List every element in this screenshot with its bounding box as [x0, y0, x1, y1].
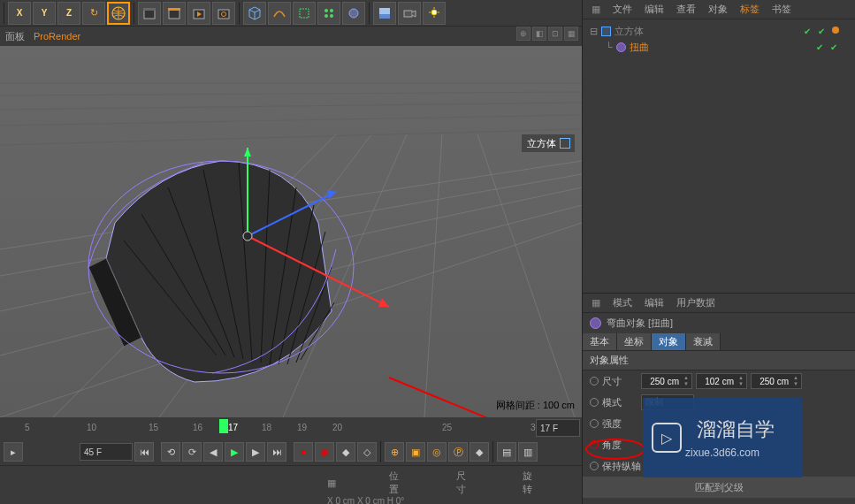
keyframe-tool-2[interactable]: ◇ — [357, 442, 377, 462]
cloner-icon[interactable] — [342, 2, 365, 25]
svg-marker-47 — [244, 148, 251, 157]
end-frame-field[interactable]: 45 F — [80, 443, 133, 461]
svg-line-28 — [477, 134, 575, 417]
viewport-nav-icon-2[interactable]: ◧ — [532, 27, 546, 41]
viewport-nav-icon-1[interactable]: ⊕ — [516, 27, 531, 41]
play-button[interactable]: ▶ — [225, 442, 244, 462]
axis-z-button[interactable]: Z — [57, 2, 80, 25]
camera-icon[interactable] — [398, 2, 421, 25]
fit-parent-button[interactable]: 匹配到父级 — [583, 477, 855, 498]
render-region-icon[interactable] — [163, 2, 186, 25]
hierarchy-item-bend[interactable]: 扭曲 — [630, 41, 649, 54]
section-object-props: 对象属性 — [583, 350, 855, 370]
prorender-label[interactable]: ProRender — [34, 31, 80, 42]
panel-label: 面板 — [5, 30, 25, 43]
menu-file[interactable]: 文件 — [613, 3, 632, 16]
spline-icon[interactable] — [268, 2, 291, 25]
menu-objects[interactable]: 对象 — [708, 3, 728, 16]
playhead[interactable] — [219, 419, 228, 433]
axis-x-button[interactable]: X — [8, 2, 31, 25]
render-settings-icon[interactable] — [212, 2, 235, 25]
menu-view[interactable]: 查看 — [676, 3, 696, 16]
viewport-nav-icon-3[interactable]: ⊡ — [548, 27, 562, 41]
visibility-toggle[interactable]: ✔ — [816, 42, 825, 51]
go-first-button[interactable]: ⏮ — [134, 442, 154, 462]
cube-icon — [601, 27, 611, 36]
attr-header: 弯曲对象 [扭曲] — [583, 313, 855, 332]
tick: 19 — [297, 423, 307, 432]
dopesheet-icon[interactable]: ▤ — [497, 442, 516, 462]
position-label: 位置 — [389, 470, 403, 496]
render-toggle[interactable]: ✔ — [818, 27, 827, 35]
keyframe-tool-1[interactable]: ◆ — [336, 442, 355, 462]
move-key-button[interactable]: ⊕ — [385, 442, 404, 462]
pla-button[interactable]: Ⓟ — [448, 442, 468, 462]
goto-start-button[interactable]: ▸ — [4, 442, 23, 462]
svg-rect-9 — [300, 9, 309, 18]
tick: 5 — [25, 423, 30, 432]
point-anim-button[interactable]: ◆ — [469, 442, 489, 462]
hierarchy-item-cube[interactable]: 立方体 — [615, 25, 644, 38]
strength-label: 强度 — [602, 417, 637, 431]
tick: 17 — [228, 423, 238, 432]
anim-dot[interactable] — [590, 440, 599, 449]
orbit-icon[interactable]: ↻ — [82, 2, 105, 25]
grid-info-label: 网格间距 : 100 cm — [496, 399, 575, 412]
take-picture-icon[interactable] — [138, 2, 161, 25]
menu-tags[interactable]: 标签 — [740, 3, 760, 16]
rotate-key-button[interactable]: ◎ — [427, 442, 447, 462]
rewind-button[interactable]: ⟲ — [161, 442, 180, 462]
attr-menu-edit[interactable]: 编辑 — [645, 296, 664, 309]
svg-rect-17 — [404, 11, 412, 17]
forward-button[interactable]: ⟳ — [182, 442, 202, 462]
svg-rect-16 — [379, 8, 390, 14]
tab-object[interactable]: 对象 — [652, 333, 686, 350]
svg-point-11 — [330, 9, 333, 12]
menu-bookmarks[interactable]: 书签 — [772, 3, 791, 16]
tab-falloff[interactable]: 衰减 — [686, 333, 721, 350]
size-x-field[interactable]: 250 cm▲▼ — [641, 373, 692, 389]
anim-dot[interactable] — [590, 419, 599, 428]
rotation-label: 旋转 — [523, 470, 537, 496]
axis-y-button[interactable]: Y — [33, 2, 56, 25]
viewport-hud-label: 立方体 — [522, 134, 575, 152]
current-frame-field[interactable]: 17 F — [536, 419, 580, 437]
fcurve-icon[interactable]: ▥ — [518, 442, 538, 462]
object-hierarchy[interactable]: ⊟ 立方体 ✔✔ └ 扭曲 ✔✔ — [583, 19, 855, 294]
attr-menu-userdata[interactable]: 用户数据 — [676, 296, 715, 309]
anim-dot[interactable] — [590, 398, 599, 407]
tag-dot[interactable] — [832, 27, 839, 34]
record-button[interactable]: ● — [294, 442, 313, 462]
watermark-text: 溜溜自学 — [697, 416, 775, 443]
go-last-button[interactable]: ⏭ — [267, 442, 286, 462]
bend-icon — [590, 317, 601, 329]
bend-icon — [616, 42, 626, 52]
timeline-ruler[interactable]: 5 10 15 16 17 18 19 20 25 30 17 F — [0, 417, 582, 439]
world-icon[interactable] — [107, 2, 130, 25]
size-z-field[interactable]: 250 cm▲▼ — [751, 373, 802, 389]
step-back-button[interactable]: ◀ — [203, 442, 223, 462]
deformer-icon[interactable] — [317, 2, 340, 25]
tab-coord[interactable]: 坐标 — [617, 333, 652, 350]
anim-dot[interactable] — [590, 377, 599, 386]
size-y-field[interactable]: 102 cm▲▼ — [696, 373, 747, 389]
attr-menu-mode[interactable]: 模式 — [613, 296, 632, 309]
anim-dot[interactable] — [590, 462, 599, 470]
menu-edit[interactable]: 编辑 — [645, 3, 664, 16]
render-toggle[interactable]: ✔ — [830, 42, 839, 51]
scale-key-button[interactable]: ▣ — [406, 442, 425, 462]
visibility-toggle[interactable]: ✔ — [804, 27, 813, 35]
tick: 16 — [193, 423, 202, 432]
viewport[interactable]: 立方体 网格间距 : 100 cm — [0, 46, 582, 417]
step-fwd-button[interactable]: ▶ — [246, 442, 265, 462]
cube-primitive-icon[interactable] — [243, 2, 266, 25]
svg-line-32 — [0, 115, 582, 126]
autokey-button[interactable]: ◉ — [315, 442, 334, 462]
light-icon[interactable] — [423, 2, 446, 25]
floor-icon[interactable] — [373, 2, 396, 25]
viewport-nav-icon-4[interactable]: ▦ — [564, 27, 578, 41]
render-pv-icon[interactable] — [187, 2, 210, 25]
transport-bar: ▸ 45 F ⏮ ⟲ ⟳ ◀ ▶ ▶ ⏭ ● ◉ ◆ ◇ ⊕ ▣ ◎ Ⓟ ◆ ▤… — [0, 439, 582, 465]
tab-basic[interactable]: 基本 — [583, 333, 617, 350]
generator-icon[interactable] — [293, 2, 316, 25]
